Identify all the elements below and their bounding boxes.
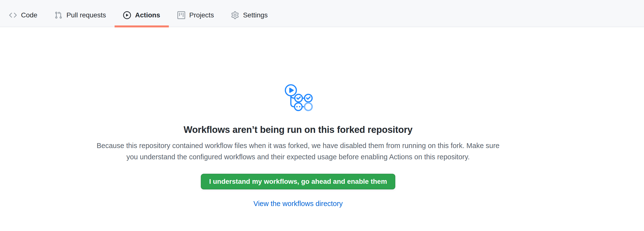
view-workflows-directory-link[interactable]: View the workflows directory bbox=[253, 200, 342, 208]
git-pull-request-icon bbox=[54, 11, 62, 19]
actions-disabled-blankslate: Workflows aren’t being run on this forke… bbox=[0, 82, 596, 208]
tab-label: Pull requests bbox=[66, 11, 106, 19]
project-board-icon bbox=[177, 11, 185, 19]
code-icon bbox=[9, 11, 17, 19]
tab-settings[interactable]: Settings bbox=[222, 3, 276, 27]
tab-label: Settings bbox=[243, 11, 268, 19]
repo-tab-bar: Code Pull requests Actions Projects Sett… bbox=[0, 0, 644, 27]
blankslate-title: Workflows aren’t being run on this forke… bbox=[0, 125, 596, 135]
tab-projects[interactable]: Projects bbox=[169, 3, 222, 27]
tab-label: Projects bbox=[189, 11, 214, 19]
tab-code[interactable]: Code bbox=[0, 3, 46, 27]
enable-workflows-button[interactable]: I understand my workflows, go ahead and … bbox=[201, 174, 395, 189]
play-circle-icon bbox=[123, 11, 131, 19]
tab-pull-requests[interactable]: Pull requests bbox=[46, 3, 114, 27]
workflow-illustration bbox=[0, 82, 596, 112]
gear-icon bbox=[231, 11, 239, 19]
blankslate-description: Because this repository contained workfl… bbox=[93, 140, 503, 162]
tab-label: Actions bbox=[135, 11, 160, 19]
tab-label: Code bbox=[21, 11, 38, 19]
workflow-graph-icon bbox=[283, 82, 313, 111]
tab-actions[interactable]: Actions bbox=[114, 3, 169, 27]
